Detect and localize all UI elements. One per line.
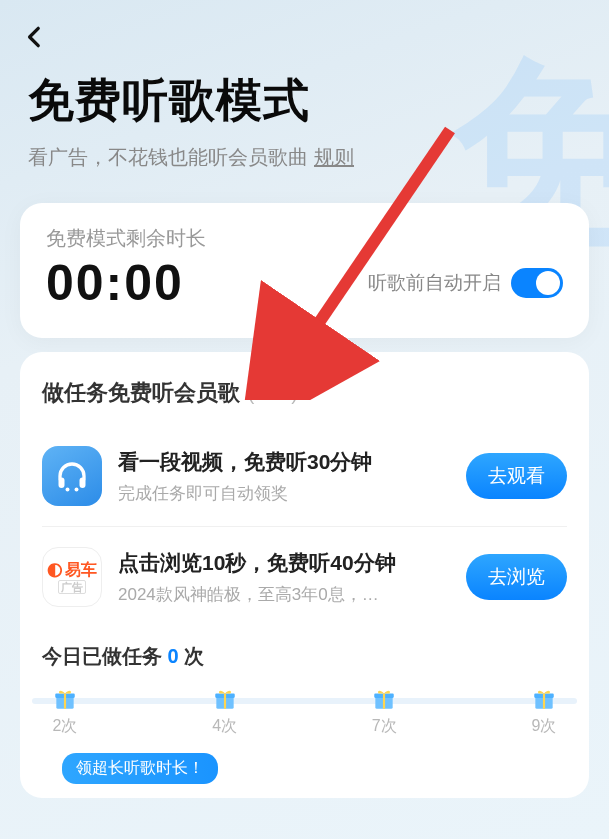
- milestone: 7次: [371, 686, 397, 737]
- task-title: 看一段视频，免费听30分钟: [118, 448, 450, 476]
- tasks-progress-count: (0/10): [248, 383, 298, 405]
- milestone: 2次: [52, 686, 78, 737]
- ad-tag: 广告: [58, 580, 86, 594]
- svg-rect-15: [543, 694, 545, 709]
- milestone-label: 4次: [212, 716, 237, 737]
- svg-point-3: [75, 488, 79, 492]
- task-row: ◐易车 广告 点击浏览10秒，免费听40分钟 2024款风神皓极，至高3年0息，…: [42, 533, 567, 621]
- milestone-label: 2次: [53, 716, 78, 737]
- remaining-time-card: 免费模式剩余时长 00:00 听歌前自动开启: [20, 203, 589, 338]
- tasks-done-today: 今日已做任务 0 次: [42, 643, 567, 670]
- remaining-label: 免费模式剩余时长: [46, 225, 563, 252]
- task-row: 看一段视频，免费听30分钟 完成任务即可自动领奖 去观看: [42, 432, 567, 520]
- browse-button[interactable]: 去浏览: [466, 554, 567, 600]
- svg-rect-6: [64, 694, 66, 709]
- svg-rect-0: [59, 478, 65, 489]
- gift-icon: [52, 686, 78, 712]
- svg-rect-9: [224, 694, 226, 709]
- divider: [42, 526, 567, 527]
- task-description: 2024款风神皓极，至高3年0息，…: [118, 583, 450, 606]
- svg-rect-12: [383, 694, 385, 709]
- svg-point-2: [66, 488, 70, 492]
- gift-icon: [531, 686, 557, 712]
- task-description: 完成任务即可自动领奖: [118, 482, 450, 505]
- auto-open-toggle[interactable]: [511, 268, 563, 298]
- auto-open-label: 听歌前自动开启: [368, 270, 501, 296]
- rules-link[interactable]: 规则: [314, 144, 354, 171]
- gift-icon: [212, 686, 238, 712]
- page-subtitle: 看广告，不花钱也能听会员歌曲: [28, 144, 308, 171]
- gift-icon: [371, 686, 397, 712]
- milestone-label: 9次: [532, 716, 557, 737]
- milestone-progress: 2次 4次 7次 9次 领超长听歌时长！: [42, 698, 567, 768]
- tasks-card: 做任务免费听会员歌 (0/10) 看一段视频，免费听30分钟 完成任务即可自动领…: [20, 352, 589, 798]
- milestone: 4次: [212, 686, 238, 737]
- page-title: 免费听歌模式: [28, 70, 581, 132]
- tasks-section-title: 做任务免费听会员歌: [42, 378, 240, 408]
- milestone-label: 7次: [372, 716, 397, 737]
- headphone-icon: [42, 446, 102, 506]
- task-title: 点击浏览10秒，免费听40分钟: [118, 549, 450, 577]
- watch-button[interactable]: 去观看: [466, 453, 567, 499]
- yiche-icon: ◐易车 广告: [42, 547, 102, 607]
- remaining-timer: 00:00: [46, 254, 184, 312]
- reward-badge: 领超长听歌时长！: [62, 753, 218, 784]
- page-header: 免费听歌模式 看广告，不花钱也能听会员歌曲 规则: [0, 0, 609, 191]
- back-button[interactable]: [22, 24, 48, 54]
- svg-rect-1: [80, 478, 86, 489]
- milestone: 9次: [531, 686, 557, 737]
